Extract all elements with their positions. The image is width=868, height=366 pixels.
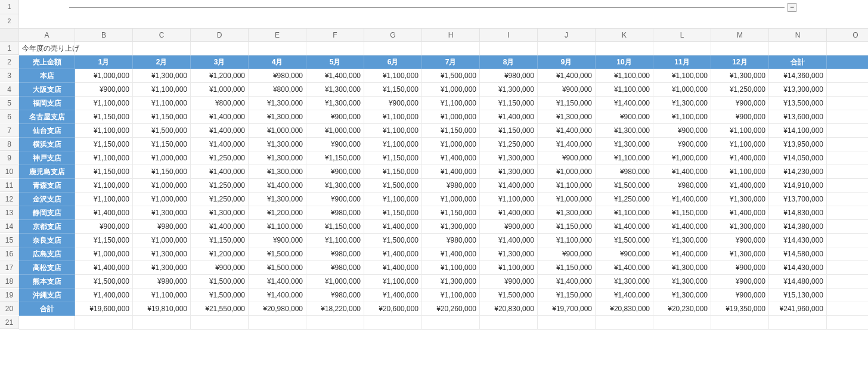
data-r6-c9[interactable]: ¥1,100,000: [596, 151, 653, 165]
data-r14-c1[interactable]: ¥1,300,000: [133, 261, 191, 275]
data-r6-c8[interactable]: ¥900,000: [538, 151, 596, 165]
data-r17-c6[interactable]: ¥20,260,000: [422, 302, 480, 316]
data-r0-c4[interactable]: ¥1,400,000: [306, 69, 364, 83]
cell-r21-c10[interactable]: [596, 316, 653, 330]
row-label-12[interactable]: 奈良支店: [19, 234, 75, 247]
data-r10-c7[interactable]: ¥1,400,000: [480, 206, 538, 220]
data-r7-c6[interactable]: ¥1,400,000: [422, 165, 480, 179]
row-label-17[interactable]: 合計: [19, 302, 75, 316]
data-r5-c4[interactable]: ¥900,000: [306, 138, 364, 151]
cell-r21-c5[interactable]: [306, 316, 364, 330]
row-header-11[interactable]: 11: [0, 179, 19, 192]
data-r7-c3[interactable]: ¥1,300,000: [249, 165, 306, 179]
data-r2-c9[interactable]: ¥1,400,000: [596, 97, 653, 110]
row-label-6[interactable]: 神戸支店: [19, 151, 75, 165]
row-header-3[interactable]: 3: [0, 69, 19, 82]
col-header-N[interactable]: N: [769, 29, 827, 42]
col-header-O[interactable]: O: [827, 29, 868, 42]
data-r1-c11[interactable]: ¥1,250,000: [711, 83, 769, 97]
data-r9-c3[interactable]: ¥1,300,000: [249, 193, 306, 206]
data-r16-c3[interactable]: ¥1,400,000: [249, 289, 306, 302]
data-r16-c1[interactable]: ¥1,100,000: [133, 289, 191, 302]
data-r7-c2[interactable]: ¥1,400,000: [191, 165, 249, 179]
data-r17-c9[interactable]: ¥20,830,000: [596, 302, 653, 316]
col-header-I[interactable]: I: [480, 29, 538, 42]
cell-r15-cO[interactable]: [827, 234, 868, 247]
data-r10-c8[interactable]: ¥1,300,000: [538, 206, 596, 220]
row-label-8[interactable]: 青森支店: [19, 179, 75, 193]
row-header-17[interactable]: 17: [0, 261, 19, 274]
hdr-13[interactable]: 合計: [769, 55, 827, 69]
data-r9-c5[interactable]: ¥1,100,000: [364, 193, 422, 206]
row-header-18[interactable]: 18: [0, 275, 19, 288]
data-r3-c10[interactable]: ¥1,100,000: [653, 110, 711, 124]
data-r5-c7[interactable]: ¥1,250,000: [480, 138, 538, 151]
data-r13-c9[interactable]: ¥900,000: [596, 247, 653, 261]
data-r13-c12[interactable]: ¥14,580,000: [769, 247, 827, 261]
data-r2-c3[interactable]: ¥1,300,000: [249, 97, 306, 110]
data-r17-c10[interactable]: ¥20,230,000: [653, 302, 711, 316]
data-r1-c6[interactable]: ¥1,000,000: [422, 83, 480, 97]
data-r17-c2[interactable]: ¥21,550,000: [191, 302, 249, 316]
data-r3-c9[interactable]: ¥900,000: [596, 110, 653, 124]
data-r6-c4[interactable]: ¥1,150,000: [306, 151, 364, 165]
row-label-11[interactable]: 京都支店: [19, 220, 75, 234]
cell-r1-c11[interactable]: [653, 42, 711, 55]
data-r3-c5[interactable]: ¥1,100,000: [364, 110, 422, 124]
data-r0-c9[interactable]: ¥1,100,000: [596, 69, 653, 83]
cell-r21-c0[interactable]: [19, 316, 75, 330]
data-r0-c5[interactable]: ¥1,100,000: [364, 69, 422, 83]
cell-r13-cO[interactable]: [827, 206, 868, 220]
cell-r1-c2[interactable]: [133, 42, 191, 55]
data-r11-c12[interactable]: ¥14,380,000: [769, 220, 827, 234]
data-r3-c12[interactable]: ¥13,600,000: [769, 110, 827, 124]
row-label-9[interactable]: 金沢支店: [19, 193, 75, 206]
data-r6-c7[interactable]: ¥1,300,000: [480, 151, 538, 165]
data-r2-c4[interactable]: ¥1,300,000: [306, 97, 364, 110]
data-r8-c5[interactable]: ¥1,500,000: [364, 179, 422, 193]
data-r3-c8[interactable]: ¥1,300,000: [538, 110, 596, 124]
row-label-15[interactable]: 熊本支店: [19, 275, 75, 289]
row-header-20[interactable]: 20: [0, 302, 19, 315]
data-r15-c6[interactable]: ¥1,300,000: [422, 275, 480, 289]
outline-level-2[interactable]: 2: [0, 14, 18, 29]
data-r12-c6[interactable]: ¥980,000: [422, 234, 480, 247]
row-header-5[interactable]: 5: [0, 97, 19, 110]
cell-r17-cO[interactable]: [827, 261, 868, 275]
row-label-2[interactable]: 福岡支店: [19, 97, 75, 110]
data-r6-c6[interactable]: ¥1,400,000: [422, 151, 480, 165]
data-r15-c10[interactable]: ¥1,300,000: [653, 275, 711, 289]
data-r14-c10[interactable]: ¥1,300,000: [653, 261, 711, 275]
data-r14-c7[interactable]: ¥1,100,000: [480, 261, 538, 275]
data-r5-c5[interactable]: ¥1,100,000: [364, 138, 422, 151]
cell-r16-cO[interactable]: [827, 247, 868, 261]
col-header-H[interactable]: H: [422, 29, 480, 42]
data-r14-c8[interactable]: ¥1,150,000: [538, 261, 596, 275]
data-r6-c12[interactable]: ¥14,050,000: [769, 151, 827, 165]
data-r6-c5[interactable]: ¥1,150,000: [364, 151, 422, 165]
data-r0-c1[interactable]: ¥1,300,000: [133, 69, 191, 83]
cell-r1-c8[interactable]: [480, 42, 538, 55]
data-r14-c12[interactable]: ¥14,430,000: [769, 261, 827, 275]
data-r10-c4[interactable]: ¥980,000: [306, 206, 364, 220]
data-r1-c3[interactable]: ¥800,000: [249, 83, 306, 97]
data-r10-c9[interactable]: ¥1,100,000: [596, 206, 653, 220]
data-r14-c0[interactable]: ¥1,400,000: [75, 261, 133, 275]
hdr-0[interactable]: 売上金額: [19, 55, 75, 69]
data-r10-c0[interactable]: ¥1,400,000: [75, 206, 133, 220]
data-r5-c9[interactable]: ¥1,300,000: [596, 138, 653, 151]
row-label-7[interactable]: 鹿児島支店: [19, 165, 75, 179]
col-header-F[interactable]: F: [306, 29, 364, 42]
data-r0-c3[interactable]: ¥980,000: [249, 69, 306, 83]
col-header-G[interactable]: G: [364, 29, 422, 42]
hdr-5[interactable]: 5月: [306, 55, 364, 69]
data-r11-c3[interactable]: ¥1,100,000: [249, 220, 306, 234]
cell-r20-cO[interactable]: [827, 302, 868, 316]
data-r11-c1[interactable]: ¥980,000: [133, 220, 191, 234]
data-r12-c9[interactable]: ¥1,500,000: [596, 234, 653, 247]
data-r2-c5[interactable]: ¥900,000: [364, 97, 422, 110]
cell-r1-c6[interactable]: [364, 42, 422, 55]
select-all-corner[interactable]: [0, 29, 19, 42]
data-r1-c0[interactable]: ¥900,000: [75, 83, 133, 97]
cell-r19-cO[interactable]: [827, 289, 868, 302]
